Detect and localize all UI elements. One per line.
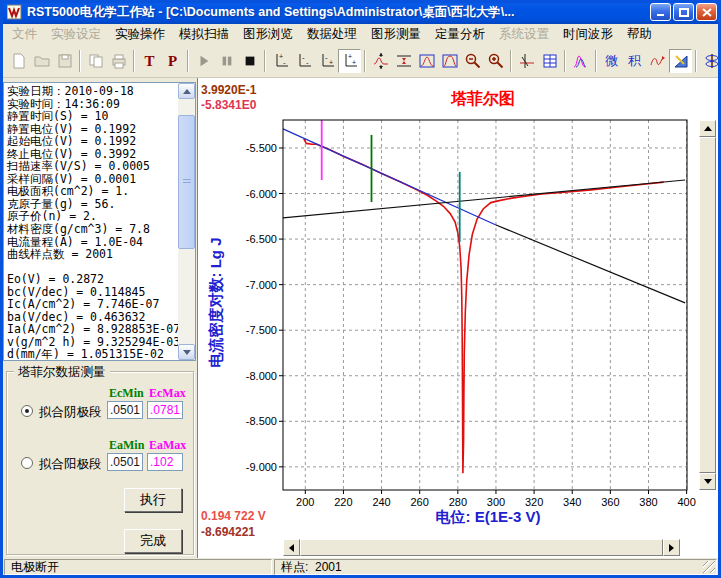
fit-curve-box1-button[interactable] (415, 49, 438, 73)
polarization-p-button[interactable]: P (161, 49, 184, 73)
fit-curve-box2-button[interactable] (438, 49, 461, 73)
run-icon (192, 49, 215, 73)
toolbar-separator (133, 50, 135, 72)
smooth-curve-button[interactable] (646, 49, 669, 73)
data-table-button[interactable] (538, 49, 561, 73)
tafel-measurement-groupbox: 塔菲尔数据测量 EcMin EcMax 拟合阴极段 .0501 .0781 Ea… (6, 371, 194, 555)
vscroll-up-button[interactable] (699, 120, 716, 137)
menu-item[interactable]: 定量分析 (428, 24, 492, 45)
param-line: 起始电位(V) = 0.1992 (7, 135, 179, 148)
new-file-icon (7, 49, 30, 73)
tafel-plot[interactable] (283, 120, 687, 490)
menu-item: 系统设置 (492, 24, 556, 45)
menu-item[interactable]: 图形测量 (364, 24, 428, 45)
x-axis-label: 电位: E(1E-3 V) (383, 508, 593, 527)
menu-item[interactable]: 图形浏览 (236, 24, 300, 45)
hscroll-thumb[interactable] (300, 539, 663, 556)
scale-y-button[interactable] (369, 49, 392, 73)
scroll-down-button[interactable] (178, 344, 195, 360)
p-label: P (168, 53, 177, 70)
parameters-scrollbar[interactable] (178, 83, 195, 360)
x-tick-label: 320 (519, 496, 549, 508)
svg-text:-: - (325, 53, 328, 62)
marker-logj-readout: -8.694221 (201, 525, 255, 539)
scroll-up-button[interactable] (178, 83, 195, 99)
zoom-in-button[interactable] (484, 49, 507, 73)
anodic-fit-radio[interactable] (21, 457, 33, 469)
t-label: T (144, 53, 154, 70)
execute-button[interactable]: 执行 (124, 488, 182, 512)
finish-button[interactable]: 完成 (124, 529, 182, 553)
y-tick-label: -7.000 (235, 279, 277, 291)
toolbar-separator (364, 50, 366, 72)
y-tick-label: -8.000 (235, 370, 277, 382)
ecmin-label: EcMin (109, 386, 144, 401)
param-line: 扫描速率(V/S) = 0.0005 (7, 160, 179, 173)
eamax-field[interactable]: .102 (147, 453, 183, 471)
x-tick-label: 240 (367, 496, 397, 508)
cathodic-fit-label: 拟合阴极段 (39, 404, 102, 421)
cathodic-fit-radio[interactable] (21, 405, 33, 417)
rotate-3d-button[interactable] (700, 49, 721, 73)
chart-vscrollbar[interactable] (699, 120, 716, 490)
ecmax-field[interactable]: .0781 (147, 401, 183, 419)
resize-grip[interactable] (703, 561, 715, 573)
chart-hscrollbar[interactable] (283, 539, 680, 556)
tafel-t-button[interactable]: T (138, 49, 161, 73)
menu-item[interactable]: 数据处理 (300, 24, 364, 45)
toolbar-separator (187, 50, 189, 72)
toolbar-separator (595, 50, 597, 72)
measure-button[interactable] (669, 49, 692, 73)
svg-text:+: + (329, 59, 333, 66)
hscroll-left-button[interactable] (283, 539, 300, 556)
menu-item[interactable]: 实验操作 (108, 24, 172, 45)
param-line: 曲线样点数 = 2001 (7, 248, 179, 261)
integral-label: 积 (628, 52, 641, 70)
chart-title: 塔菲尔图 (383, 89, 583, 110)
integral-button[interactable]: 积 (623, 49, 646, 73)
arrow-up-icon (704, 122, 712, 131)
zoom-out-button[interactable] (461, 49, 484, 73)
axes-quadrant2-button[interactable]: -- (292, 49, 315, 73)
overlay-curves-button[interactable] (569, 49, 592, 73)
copy-icon (84, 49, 107, 73)
hscroll-right-button[interactable] (663, 539, 680, 556)
vscroll-down-button[interactable] (699, 473, 716, 490)
maximize-button[interactable] (673, 3, 694, 21)
y-tick-label: -9.000 (235, 461, 277, 473)
x-tick-label: 300 (481, 496, 511, 508)
save-icon (53, 49, 76, 73)
x-tick-label: 400 (672, 496, 702, 508)
toolbar: T P +- -- -+ ++ 微 积 (3, 45, 718, 78)
y-tick-label: -7.500 (235, 324, 277, 336)
axis-cross-button[interactable] (515, 49, 538, 73)
parameters-text: 实验日期：2010-09-18实验时间：14:36:09静置时间(S) = 10… (7, 85, 179, 361)
stop-button[interactable] (238, 49, 261, 73)
eamin-field[interactable]: .0501 (107, 453, 143, 471)
groupbox-title: 塔菲尔数据测量 (14, 364, 110, 381)
minimize-button[interactable] (650, 3, 671, 21)
menu-item[interactable]: 时间波形 (556, 24, 620, 45)
svg-text:+: + (352, 59, 356, 66)
x-tick-label: 340 (557, 496, 587, 508)
close-button[interactable] (696, 3, 717, 21)
scroll-thumb[interactable] (178, 115, 195, 249)
derivative-label: 微 (605, 52, 618, 70)
ecmin-field[interactable]: .0501 (107, 401, 143, 419)
arrow-down-icon (704, 479, 712, 488)
y-tick-label: -6.500 (235, 233, 277, 245)
derivative-button[interactable]: 微 (600, 49, 623, 73)
cursor-x-readout: 3.9920E-1 (201, 83, 256, 97)
axes-quadrant1-button[interactable]: +- (269, 49, 292, 73)
axes-quadrant4-button[interactable]: ++ (338, 49, 361, 73)
application-window: RST5000电化学工作站 - [C:\Documents and Settin… (0, 0, 721, 578)
compress-y-button[interactable] (392, 49, 415, 73)
vscroll-thumb[interactable] (699, 137, 716, 473)
svg-text:-: - (306, 58, 309, 67)
x-tick-label: 280 (443, 496, 473, 508)
menu-item[interactable]: 模拟扫描 (172, 24, 236, 45)
arrow-right-icon (669, 544, 678, 552)
axes-quadrant3-button[interactable]: -+ (315, 49, 338, 73)
menu-item[interactable]: 帮助 (620, 24, 659, 45)
menu-item: 文件 (5, 24, 44, 45)
